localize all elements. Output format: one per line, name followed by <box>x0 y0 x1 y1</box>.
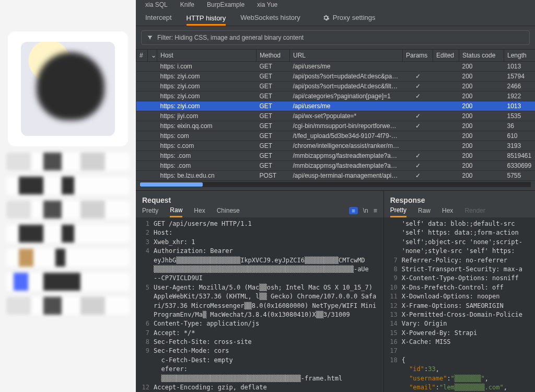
table-row[interactable]: https: ziyi.comGET/api/posts?sort=update… <box>136 82 536 91</box>
request-tabs: Pretty Raw Hex Chinese ≡ \n ≡ <box>136 206 383 217</box>
proxy-settings-button[interactable]: Proxy settings <box>322 14 376 21</box>
res-tab-render[interactable]: Render <box>464 207 485 214</box>
extension-bar: xia SQL Knife BurpExample xia Yue <box>136 0 535 11</box>
table-row[interactable]: https: be.lzu.edu.cnPOST/api/eusp-termin… <box>136 171 536 181</box>
newline-icon[interactable]: \n <box>363 207 368 214</box>
table-row[interactable]: https: c.comGET/chrome/intelligence/assi… <box>136 141 536 151</box>
table-row[interactable]: https: .comGET/mmbizappmsg/fastreadtempl… <box>136 151 536 161</box>
response-editor[interactable]: 'self' data: blob:;default-src 'self' ht… <box>384 217 535 392</box>
req-tab-chinese[interactable]: Chinese <box>217 207 240 214</box>
request-pane: Request Pretty Raw Hex Chinese ≡ \n ≡ 1G… <box>136 190 384 392</box>
proxy-settings-label: Proxy settings <box>333 14 376 21</box>
ext-tab[interactable]: xia SQL <box>145 1 168 8</box>
res-tab-hex[interactable]: Hex <box>442 207 453 214</box>
table-row[interactable]: https: jiyi.comGET/api/wx-set?populate=*… <box>136 111 536 121</box>
table-header-row[interactable]: # ⌄ Host Method URL Params Edited Status… <box>136 50 536 62</box>
response-tabs: Pretty Raw Hex Render <box>384 206 535 217</box>
blurred-row <box>6 201 130 218</box>
external-app-sidebar <box>0 0 136 392</box>
actions-icon[interactable]: ≡ <box>349 207 357 214</box>
ext-tab[interactable]: Knife <box>180 1 194 8</box>
burp-proxy-panel: xia SQL Knife BurpExample xia Yue Interc… <box>136 0 535 392</box>
th-status[interactable]: Status code <box>459 50 504 62</box>
blurred-row <box>6 153 130 170</box>
table-row[interactable]: https: ziyi.comGET/api/categories?pagina… <box>136 91 536 101</box>
filter-bar[interactable]: Filter: Hiding CSS, image and general bi… <box>141 30 530 45</box>
req-tab-raw[interactable]: Raw <box>170 206 182 217</box>
history-table: # ⌄ Host Method URL Params Edited Status… <box>136 49 535 190</box>
tab-websockets-history[interactable]: WebSockets history <box>240 14 300 21</box>
th-host[interactable]: Host <box>157 50 257 62</box>
request-title: Request <box>136 191 383 206</box>
avatar-image <box>21 42 115 136</box>
response-title: Response <box>384 191 535 206</box>
table-row[interactable]: https: i.comGET/api/users/me2001013 <box>136 62 536 72</box>
filter-icon <box>147 34 153 41</box>
th-length[interactable]: Length <box>504 50 536 62</box>
proxy-subtabs: Intercept HTTP history WebSockets histor… <box>136 11 535 26</box>
blurred-row <box>6 297 130 315</box>
ext-tab[interactable]: xia Yue <box>257 1 277 8</box>
req-tab-pretty[interactable]: Pretty <box>142 207 158 214</box>
table-row[interactable]: https: .comGET/mmbizappmsg/fastreadtempl… <box>136 161 536 171</box>
res-tab-raw[interactable]: Raw <box>418 207 431 214</box>
gear-icon <box>322 14 330 21</box>
tab-http-history[interactable]: HTTP history <box>187 14 226 26</box>
th-chevron[interactable]: ⌄ <box>148 50 157 62</box>
request-editor[interactable]: 1GET /api/users/me HTTP/1.12Host:3Xweb_x… <box>136 217 383 392</box>
response-pane: Response Pretty Raw Hex Render 'self' da… <box>384 190 535 392</box>
table-row[interactable]: https: comGET/t/fed_upload/5d3be34d-9107… <box>136 131 536 141</box>
th-params[interactable]: Params <box>403 50 433 62</box>
th-edited[interactable]: Edited <box>433 50 459 62</box>
tab-intercept[interactable]: Intercept <box>145 14 172 21</box>
hamburger-icon[interactable]: ≡ <box>374 207 377 214</box>
horizontal-scrollbar[interactable] <box>140 182 531 187</box>
table-row[interactable]: https: eixin.qq.comGET/cgi-bin/mmsupport… <box>136 121 536 131</box>
avatar-card <box>8 31 128 146</box>
filter-text: Filter: Hiding CSS, image and general bi… <box>157 34 304 41</box>
th-url[interactable]: URL <box>290 50 403 62</box>
th-method[interactable]: Method <box>257 50 290 62</box>
blurred-row <box>6 177 130 194</box>
res-tab-pretty[interactable]: Pretty <box>390 206 406 217</box>
blurred-row <box>6 273 130 291</box>
blurred-row <box>6 249 130 267</box>
table-row[interactable]: https: ziyi.comGET/api/users/me2001013 <box>136 101 536 111</box>
req-tab-hex[interactable]: Hex <box>194 207 205 214</box>
blurred-row <box>6 225 130 243</box>
th-num[interactable]: # <box>136 50 148 62</box>
ext-tab[interactable]: BurpExample <box>207 1 245 8</box>
table-row[interactable]: https: ziyi.comGET/api/posts?sort=update… <box>136 72 536 82</box>
